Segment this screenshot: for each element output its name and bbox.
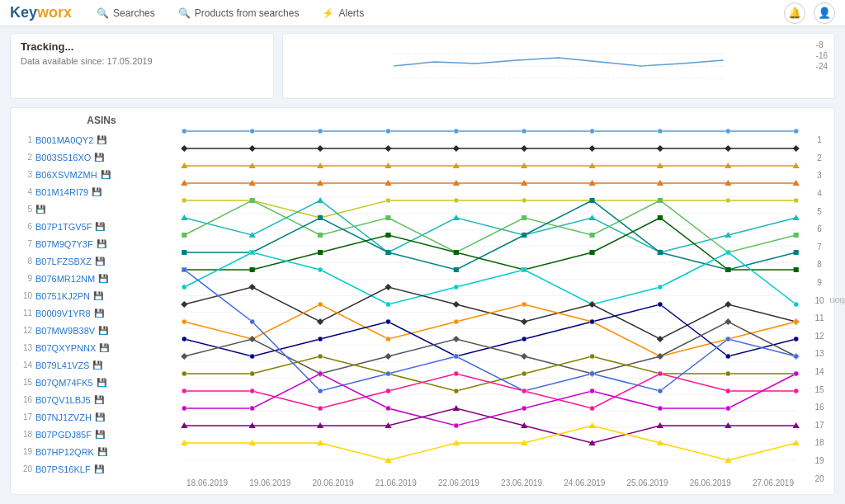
nav-searches[interactable]: 🔍 Searches [85, 0, 167, 26]
asin-save-icon[interactable]: 💾 [95, 257, 105, 266]
chart-marker [794, 337, 799, 341]
chart-marker [589, 406, 594, 411]
asin-save-icon[interactable]: 💾 [94, 309, 104, 318]
asin-save-icon[interactable]: 💾 [95, 222, 105, 231]
x-axis-label: 27.06.2019 [742, 478, 805, 488]
chart-marker [317, 197, 323, 203]
asin-link[interactable]: B076MR12NM [35, 274, 95, 284]
asin-link[interactable]: B0751KJ2PN [35, 291, 90, 301]
chart-marker [725, 250, 730, 255]
asin-link[interactable]: B07QM74FK5 [35, 378, 93, 388]
asin-save-icon[interactable]: 💾 [99, 343, 109, 352]
asin-header: ASINs [17, 115, 169, 126]
asin-save-icon[interactable]: 💾 [101, 170, 111, 179]
chart-marker [794, 319, 799, 324]
asin-number: 5 [17, 205, 32, 214]
right-axis-label: 12 [805, 327, 834, 346]
right-axis-label: 1 [805, 131, 834, 149]
asin-number: 15 [17, 378, 32, 387]
asin-link[interactable]: B07PS16KLF [35, 464, 91, 474]
chart-marker [658, 406, 663, 411]
alerts-icon: ⚡ [322, 7, 334, 19]
right-axis-label: 18 [805, 434, 834, 452]
right-axis-label: 8 [805, 256, 834, 274]
x-axis-label: 25.06.2019 [616, 478, 678, 488]
chart-marker [385, 215, 390, 220]
chart-marker [725, 354, 730, 359]
asin-save-icon[interactable]: 💾 [97, 239, 106, 248]
asin-link[interactable]: B06XSVMZMH [35, 170, 97, 180]
nav-products[interactable]: 🔍 Products from searches [167, 0, 311, 26]
asin-number: 19 [17, 447, 32, 456]
asin-link[interactable]: B07QV1LBJ5 [35, 395, 91, 405]
asin-link[interactable]: B01M14RI79 [35, 187, 88, 197]
chart-marker [589, 129, 594, 134]
asin-save-icon[interactable]: 💾 [94, 395, 104, 404]
nav-alerts[interactable]: ⚡ Alerts [310, 0, 375, 26]
asin-number: 20 [17, 464, 32, 473]
asin-link[interactable]: B07MW9B38V [35, 326, 95, 336]
chart-marker [588, 145, 595, 152]
asin-link[interactable]: B07NJ1ZVZH [35, 412, 92, 422]
chart-marker [658, 302, 663, 307]
asin-link[interactable]: B07HP12QRK [35, 447, 94, 457]
right-axis-label: 19 [805, 452, 834, 470]
search-icon: 🔍 [97, 7, 109, 19]
asin-save-icon[interactable]: 💾 [98, 274, 108, 283]
chart-marker [250, 198, 255, 203]
chart-marker [182, 389, 186, 393]
chart-marker [657, 353, 663, 360]
chart-marker [725, 301, 731, 308]
asin-link[interactable]: B07P1TGV5F [35, 222, 92, 232]
sparkline-card: -8 -16 -24 [282, 33, 835, 99]
asin-save-icon[interactable]: 💾 [92, 187, 101, 196]
asin-save-icon[interactable]: 💾 [95, 430, 105, 439]
asin-link[interactable]: B0009V1YR8 [35, 309, 91, 318]
chart-marker [250, 354, 255, 359]
asin-save-icon[interactable]: 💾 [94, 153, 104, 162]
chart-marker [318, 250, 323, 255]
user-button[interactable]: 👤 [814, 2, 835, 24]
chart-marker [318, 371, 323, 376]
chart-marker [249, 145, 256, 152]
right-axis-label: 4 [805, 185, 834, 203]
chart-marker [250, 406, 255, 411]
asin-link[interactable]: B079L41VZS [35, 360, 89, 370]
asin-row: 15 B07QM74FK5 💾 [17, 374, 169, 391]
asin-save-icon[interactable]: 💾 [98, 326, 108, 335]
asin-save-icon[interactable]: 💾 [35, 205, 45, 214]
right-axis-label: 16 [805, 398, 834, 417]
asin-save-icon[interactable]: 💾 [97, 135, 106, 144]
chart-marker [182, 129, 186, 134]
asin-link[interactable]: B07LFZSBXZ [35, 257, 92, 266]
right-axis-label: 3 [805, 167, 834, 185]
chart-marker [522, 337, 526, 341]
asin-link[interactable]: B07PGDJ85F [35, 430, 92, 440]
chart-svg-wrapper [176, 115, 805, 477]
asin-link[interactable]: B07QXYPNNX [35, 343, 96, 353]
axis-label-3: -24 [816, 62, 828, 71]
asin-save-icon[interactable]: 💾 [95, 412, 105, 422]
notifications-button[interactable]: 🔔 [784, 2, 805, 24]
chart-marker [794, 302, 799, 307]
asin-number: 9 [17, 274, 32, 283]
chart-marker [453, 405, 460, 411]
asin-link[interactable]: B003S516XO [35, 153, 91, 163]
asin-row: 8 B07LFZSBXZ 💾 [17, 252, 169, 270]
chart-marker [521, 145, 527, 152]
asin-row: 6 B07P1TGV5F 💾 [17, 218, 169, 235]
asin-save-icon[interactable]: 💾 [94, 464, 104, 473]
chart-marker [385, 371, 390, 376]
chart-marker [794, 354, 799, 359]
asin-row: 5 💾 [17, 200, 169, 218]
asin-save-icon[interactable]: 💾 [97, 447, 107, 456]
asin-save-icon[interactable]: 💾 [97, 378, 106, 387]
asin-link[interactable]: B001MA0QY2 [35, 135, 93, 145]
chart-marker [317, 145, 323, 152]
asin-save-icon[interactable]: 💾 [93, 291, 103, 300]
asin-save-icon[interactable]: 💾 [92, 360, 102, 370]
asin-link[interactable]: B07M9Q7Y3F [35, 239, 93, 249]
chart-marker [182, 267, 186, 272]
chart-marker [385, 145, 391, 152]
chart-marker [453, 301, 460, 308]
